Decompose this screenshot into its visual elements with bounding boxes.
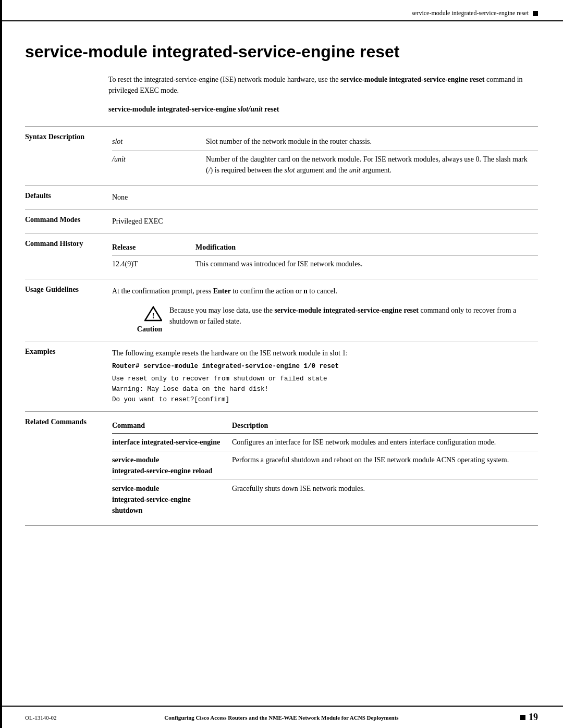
page-title: service-module integrated-service-engine…: [25, 42, 538, 61]
examples-content: The following example resets the hardwar…: [106, 341, 538, 412]
rel-cmd-1-desc: Configures an interface for ISE network …: [232, 433, 538, 451]
usage-guidelines-content: At the confirmation prompt, press Enter …: [106, 279, 538, 341]
syntax-description-content: slot Slot number of the network module i…: [106, 127, 538, 186]
command-history-label: Command History: [25, 233, 106, 279]
examples-cmd-line: Router# service-module integrated-servic…: [112, 362, 538, 372]
examples-intro: The following example resets the hardwar…: [112, 348, 538, 359]
release-value: 12.4(9)T: [112, 255, 195, 273]
related-commands-header: Command Description: [112, 418, 538, 434]
command-modes-content: Privileged EXEC: [106, 209, 538, 233]
caution-label-text: Caution: [137, 324, 162, 335]
footer-right: 19: [486, 712, 538, 723]
syntax-description-label: Syntax Description: [25, 127, 106, 186]
syntax-inner-table: slot Slot number of the network module i…: [112, 133, 538, 179]
release-header: Release: [112, 240, 195, 255]
command-history-table: Release Modification 12.4(9)T This comma…: [112, 240, 538, 273]
n-bold: n: [303, 287, 308, 295]
command-history-header: Release Modification: [112, 240, 538, 255]
syntax-italic: slot/unit: [238, 105, 262, 113]
related-commands-table: Command Description interface integrated…: [112, 418, 538, 519]
defaults-label: Defaults: [25, 186, 106, 209]
usage-text2: to confirm the action or: [231, 287, 303, 295]
slot-term: slot: [112, 133, 206, 151]
rel-cmd-2-name: service-moduleintegrated-service-engine …: [112, 451, 232, 479]
syntax-suffix: reset: [263, 105, 279, 113]
related-commands-content: Command Description interface integrated…: [106, 411, 538, 525]
related-commands-row: Related Commands Command Description int…: [25, 411, 538, 525]
command-modes-value: Privileged EXEC: [112, 217, 163, 225]
unit-term: /unit: [112, 151, 206, 179]
svg-text:!: !: [152, 312, 155, 320]
page-footer: OL-13140-02 Configuring Cisco Access Rou…: [0, 706, 563, 728]
router-prompt: Router#: [112, 363, 143, 370]
command-history-item: 12.4(9)T This command was introduced for…: [112, 255, 538, 273]
command-modes-row: Command Modes Privileged EXEC: [25, 209, 538, 233]
caution-text1: Because you may lose data, use the: [169, 306, 274, 314]
caution-text: Because you may lose data, use the servi…: [169, 305, 538, 327]
command-history-content: Release Modification 12.4(9)T This comma…: [106, 233, 538, 279]
rel-cmd-3-desc: Gracefully shuts down ISE network module…: [232, 479, 538, 519]
footer-center: Configuring Cisco Access Routers and the…: [77, 714, 486, 721]
examples-row: Examples The following example resets th…: [25, 341, 538, 412]
usage-guidelines-label: Usage Guidelines: [25, 279, 106, 341]
rel-cmd-2-desc: Performs a graceful shutdown and reboot …: [232, 451, 538, 479]
caution-block: ! Caution Because you may lose data, use…: [112, 305, 538, 335]
desc-header: Description: [232, 418, 538, 434]
usage-text: At the confirmation prompt, press Enter …: [112, 286, 538, 297]
related-cmd-1: interface integrated-service-engine Conf…: [112, 433, 538, 451]
usage-text3: to cancel.: [308, 287, 337, 295]
caution-bold: service-module integrated-service-engine…: [274, 306, 419, 314]
warning-triangle-svg: !: [144, 306, 162, 322]
related-cmd-2: service-moduleintegrated-service-engine …: [112, 451, 538, 479]
defaults-content: None: [106, 186, 538, 209]
command-modes-label: Command Modes: [25, 209, 106, 233]
syntax-row-slot: slot Slot number of the network module i…: [112, 133, 538, 151]
intro-paragraph: To reset the integrated-service-engine (…: [108, 74, 538, 96]
main-content: service-module integrated-service-engine…: [0, 21, 563, 547]
usage-content-wrapper: At the confirmation prompt, press Enter …: [112, 286, 538, 335]
page-number: 19: [529, 712, 538, 722]
syntax-prefix: service-module integrated-service-engine: [108, 105, 238, 113]
cmd-header: Command: [112, 418, 232, 434]
slot-desc: Slot number of the network module in the…: [206, 133, 538, 151]
related-commands-label: Related Commands: [25, 411, 106, 525]
rel-cmd-1-name: interface integrated-service-engine: [112, 433, 232, 451]
footer-left: OL-13140-02: [25, 714, 77, 721]
header-square: [533, 11, 538, 16]
enter-bold: Enter: [213, 287, 231, 295]
intro-text1: To reset the integrated-service-engine (…: [108, 76, 340, 83]
usage-guidelines-row: Usage Guidelines At the confirmation pro…: [25, 279, 538, 341]
usage-text1: At the confirmation prompt, press: [112, 287, 213, 295]
command-history-row: Command History Release Modification 12.…: [25, 233, 538, 279]
modification-value: This command was introduced for ISE netw…: [195, 255, 538, 273]
related-cmd-3: service-moduleintegrated-service-engines…: [112, 479, 538, 519]
examples-label: Examples: [25, 341, 106, 412]
intro-bold1: service-module integrated-service-engine…: [340, 76, 485, 83]
syntax-description-row: Syntax Description slot Slot number of t…: [25, 127, 538, 186]
syntax-row-unit: /unit Number of the daughter card on the…: [112, 151, 538, 179]
sections-table: Syntax Description slot Slot number of t…: [25, 126, 538, 526]
defaults-value: None: [112, 193, 128, 201]
left-bar: [0, 0, 2, 728]
unit-desc: Number of the daughter card on the netwo…: [206, 151, 538, 179]
examples-output: Use reset only to recover from shutdown …: [112, 374, 538, 405]
footer-square: [520, 715, 525, 720]
modification-header: Modification: [195, 240, 538, 255]
rel-cmd-3-name: service-moduleintegrated-service-engines…: [112, 479, 232, 519]
caution-icon-col: ! Caution: [112, 305, 169, 335]
page-header: service-module integrated-service-engine…: [0, 0, 563, 21]
caution-triangle-icon: !: [144, 306, 162, 322]
cmd-text: service-module integrated-service-engine…: [143, 363, 339, 370]
defaults-row: Defaults None: [25, 186, 538, 209]
header-title: service-module integrated-service-engine…: [411, 9, 529, 17]
syntax-command-line: service-module integrated-service-engine…: [108, 105, 538, 114]
